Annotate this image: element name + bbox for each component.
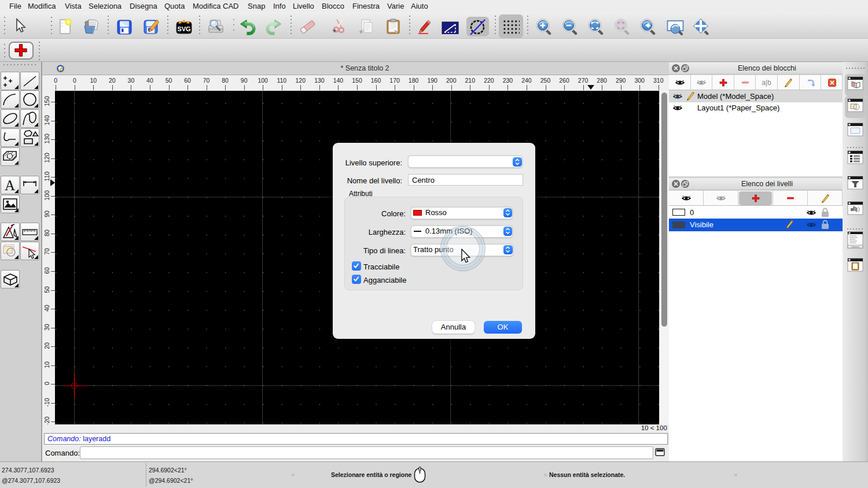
svg-text:Comman: Comman xyxy=(851,246,859,248)
svg-text:A: A xyxy=(5,178,15,193)
svg-text:SVG: SVG xyxy=(177,25,190,32)
